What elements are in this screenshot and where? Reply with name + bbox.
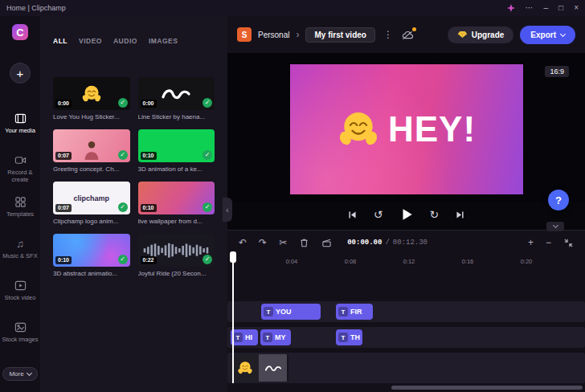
maximize-button[interactable]: □ [558,4,563,12]
delete-button[interactable] [299,238,309,248]
sidebar-item-label: Stock images [2,336,38,343]
workspace-avatar[interactable]: S [237,27,252,42]
upgrade-button[interactable]: Upgrade [448,27,514,43]
sparkle-icon[interactable] [507,4,515,12]
workspace-name[interactable]: Personal [258,31,289,39]
duplicate-button[interactable] [321,238,332,248]
split-button[interactable]: ✂ [279,238,287,247]
text-icon: T [338,307,348,316]
project-title-input[interactable]: My first video [305,27,374,43]
added-check-icon: ✓ [202,202,212,212]
kebab-menu-button[interactable]: ⋮ [382,29,395,40]
chevron-down-icon [27,370,32,376]
tab-all[interactable]: ALL [53,37,68,45]
media-item[interactable]: 0:10 ✓ 3D abstract animatio... [53,234,130,277]
close-button[interactable]: × [574,4,579,12]
minimize-button[interactable]: – [544,4,549,12]
timeline-ruler[interactable]: 0 0:04 0:08 0:12 0:16 0:20 [227,256,585,267]
forward-button[interactable]: ↻ [430,209,440,220]
zoom-out-button[interactable]: − [546,238,551,247]
zoom-in-button[interactable]: + [528,238,534,247]
chevron-down-icon [560,31,566,36]
clip-label: MY [275,333,286,341]
playhead-handle[interactable] [230,251,236,263]
clipchamp-logo[interactable]: C [12,24,28,40]
play-button[interactable] [399,207,414,222]
redo-button[interactable]: ↷ [259,238,267,247]
total-time: 00:12.30 [393,239,428,247]
added-check-icon: ✓ [118,255,128,264]
text-clip[interactable]: T TH [336,329,362,345]
tab-audio[interactable]: AUDIO [113,37,137,45]
tab-video[interactable]: VIDEO [79,37,102,45]
text-icon: T [338,333,348,342]
media-thumbnail: 0:10 ✓ [53,234,130,267]
collapse-media-panel-button[interactable]: ‹ [223,198,232,222]
templates-grid-icon [14,196,27,208]
undo-button[interactable]: ↶ [239,238,247,247]
ruler-label: 0:20 [521,258,533,265]
sidebar-item-templates[interactable]: Templates [0,196,40,228]
current-time: 00:00.00 [347,239,382,247]
export-label: Export [530,31,556,39]
added-check-icon: ✓ [118,98,128,108]
sidebar-item-record-create[interactable]: Record & create [0,154,40,186]
sidebar-item-stock-video[interactable]: Stock video [0,280,40,312]
help-button[interactable]: ? [548,190,569,210]
duration-badge: 0:10 [141,204,157,212]
timeline-panel: ↶ ↷ ✂ 00:00.00 / 00:12.30 + − 0 [227,230,585,392]
add-media-button[interactable]: + [10,63,31,84]
sidebar-item-stock-images[interactable]: Stock images [0,321,40,353]
text-clip[interactable]: T MY [260,329,291,345]
skip-start-button[interactable] [347,210,358,220]
text-clip[interactable]: T HI [231,329,258,345]
sidebar-item-music-sfx[interactable]: ♫ Music & SFX [0,238,40,270]
preview-text[interactable]: HEY! [388,109,476,149]
media-item[interactable]: 0:10 ✓ 3D animation of a ke... [138,129,215,173]
sidebar-item-your-media[interactable]: Your media [0,112,40,145]
titlebar: Home | Clipchamp ⋯ – □ × [0,0,585,16]
scribble-sticker-icon [159,87,193,101]
rewind-button[interactable]: ↺ [374,209,383,220]
text-clip[interactable]: T FIR [336,304,373,320]
zoom-fit-button[interactable] [563,238,574,248]
media-item[interactable]: 0:00 ✓ Love You Hug Sticker... [53,77,130,120]
collapse-preview-button[interactable] [546,222,564,231]
logo-letter: C [16,27,23,39]
sidebar-more-button[interactable]: More [2,367,37,381]
sidebar-item-label: Your media [5,127,35,134]
video-clip[interactable] [231,354,288,382]
camera-icon [14,154,27,166]
media-item[interactable]: 0:22 ✓ Joyful Ride (20 Secon... [138,234,215,277]
skip-end-button[interactable] [455,210,465,220]
ruler-label: 0:16 [462,258,474,265]
hug-emoji-sticker[interactable] [337,108,380,151]
timeline-track-video[interactable] [227,353,585,383]
time-separator: / [385,239,389,247]
hug-emoji-icon [81,84,102,104]
sync-off-button[interactable] [401,30,415,40]
added-check-icon: ✓ [202,98,212,108]
trash-icon [299,238,309,248]
timeline-track-text-2[interactable]: T HI T MY T TH [227,327,585,348]
aspect-ratio-badge[interactable]: 16:9 [545,66,569,77]
editor-main: S Personal › My first video ⋮ Upgrade Ex… [227,16,585,392]
media-thumbnail: clipchamp 0:07 ✓ [53,182,130,214]
media-item[interactable]: 0:10 ✓ live wallpaper from d... [138,182,215,225]
clip-label: HI [245,333,252,341]
tab-images[interactable]: IMAGES [149,37,178,45]
export-button[interactable]: Export [520,26,575,44]
media-item[interactable]: 0:07 ✓ Greeting concept. Ch... [53,129,130,173]
titlebar-more-button[interactable]: ⋯ [526,4,534,12]
timeline-track-text-1[interactable]: T YOU T FIR [227,301,585,322]
ruler-label: 0:12 [403,258,415,265]
timeline-scrollbar[interactable] [391,386,583,390]
timecode-display: 00:00.00 / 00:12.30 [347,239,428,247]
media-item[interactable]: 0:00 ✓ Line Sticker by haena... [138,77,215,120]
playhead-line [232,256,234,383]
titlebar-controls: ⋯ – □ × [507,4,579,12]
chevron-left-icon: ‹ [226,206,228,214]
text-clip[interactable]: T YOU [261,304,321,320]
video-preview[interactable]: HEY! [290,64,523,194]
media-item[interactable]: clipchamp 0:07 ✓ Clipchamp logo anim... [53,182,130,225]
